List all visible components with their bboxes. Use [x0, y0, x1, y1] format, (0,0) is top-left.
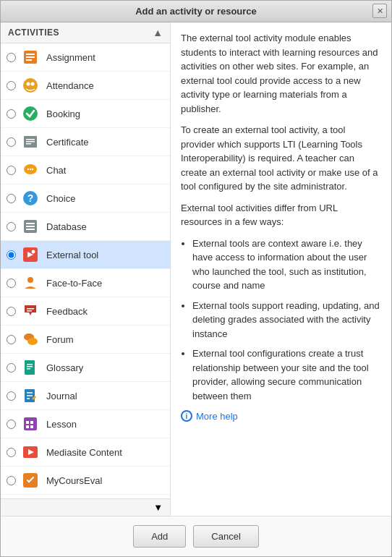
- icon-mycourseval: [20, 470, 41, 490]
- svg-rect-9: [26, 139, 35, 140]
- svg-rect-33: [27, 368, 30, 370]
- dialog-body: ACTIVITIES ▲ AssignmentAttendanceBooking…: [1, 22, 391, 516]
- bullet-item: External tools support reading, updating…: [192, 299, 381, 341]
- activity-item-certificate[interactable]: Certificate: [1, 128, 170, 156]
- description-paragraph: The external tool activity module enable…: [181, 31, 381, 116]
- radio-mediasite[interactable]: [7, 448, 16, 457]
- activities-heading: ACTIVITIES: [8, 27, 59, 38]
- left-panel-header: ACTIVITIES ▲: [1, 22, 170, 43]
- label-journal: Journal: [46, 391, 77, 401]
- radio-booking[interactable]: [7, 109, 16, 119]
- activity-item-chat[interactable]: Chat: [1, 156, 170, 184]
- svg-rect-21: [26, 226, 35, 227]
- activity-item-database[interactable]: Database: [1, 213, 170, 241]
- activity-item-booking[interactable]: Booking: [1, 100, 170, 128]
- radio-forum[interactable]: [7, 335, 16, 344]
- dialog-titlebar: Add an activity or resource ✕: [1, 1, 391, 22]
- info-icon: i: [181, 410, 192, 422]
- activity-item-mycourseval[interactable]: MyCoursEval: [1, 467, 170, 495]
- activity-item-mediasite[interactable]: Mediasite Content: [1, 438, 170, 467]
- activity-item-attendance[interactable]: Attendance: [1, 72, 170, 100]
- svg-rect-3: [26, 59, 32, 61]
- label-mediasite: Mediasite Content: [46, 447, 122, 458]
- icon-feedback: [20, 301, 41, 321]
- icon-attendance: [20, 75, 41, 95]
- icon-mediasite: [20, 442, 41, 462]
- cancel-button[interactable]: Cancel: [193, 525, 258, 548]
- icon-database: [20, 216, 41, 237]
- radio-assignment[interactable]: [7, 53, 16, 62]
- activity-item-externaltool[interactable]: External tool: [1, 241, 170, 269]
- activities-list: AssignmentAttendanceBookingCertificateCh…: [1, 43, 170, 498]
- activity-item-feedback[interactable]: Feedback: [1, 297, 170, 326]
- label-glossary: Glossary: [46, 362, 83, 373]
- icon-assignment: [20, 47, 41, 67]
- svg-rect-30: [25, 360, 35, 375]
- add-button[interactable]: Add: [133, 525, 186, 548]
- icon-booking: [20, 103, 41, 124]
- svg-point-15: [30, 169, 31, 170]
- label-database: Database: [46, 221, 87, 232]
- icon-journal: [20, 386, 41, 406]
- label-externaltool: External tool: [46, 250, 98, 260]
- label-choice: Choice: [46, 193, 75, 204]
- icon-lesson: [20, 414, 41, 434]
- activity-item-facetoface[interactable]: Face-to-Face: [1, 269, 170, 297]
- more-help-label: More help: [196, 411, 238, 422]
- description-paragraph: External tool activities differ from URL…: [181, 201, 381, 229]
- radio-facetoface[interactable]: [7, 278, 16, 288]
- radio-attendance[interactable]: [7, 81, 16, 90]
- svg-point-16: [32, 169, 33, 170]
- activity-item-choice[interactable]: ?Choice: [1, 184, 170, 213]
- radio-mycourseval[interactable]: [7, 476, 16, 485]
- activity-item-glossary[interactable]: Glossary: [1, 354, 170, 382]
- icon-glossary: [20, 357, 41, 378]
- left-panel: ACTIVITIES ▲ AssignmentAttendanceBooking…: [1, 22, 171, 516]
- add-activity-dialog: Add an activity or resource ✕ ACTIVITIES…: [0, 0, 392, 557]
- svg-rect-42: [30, 425, 33, 428]
- svg-rect-22: [26, 229, 35, 230]
- svg-rect-20: [26, 223, 35, 224]
- radio-choice[interactable]: [7, 194, 16, 203]
- icon-externaltool: [20, 245, 41, 265]
- scroll-up-button[interactable]: ▲: [153, 27, 163, 38]
- svg-rect-1: [26, 54, 35, 55]
- radio-externaltool[interactable]: [7, 250, 16, 260]
- activity-item-lesson[interactable]: Lesson: [1, 410, 170, 438]
- close-button[interactable]: ✕: [372, 4, 387, 18]
- right-panel: The external tool activity module enable…: [171, 22, 391, 516]
- activity-item-forum[interactable]: Forum: [1, 326, 170, 354]
- radio-journal[interactable]: [7, 391, 16, 401]
- icon-chat: [20, 160, 41, 180]
- svg-point-7: [23, 106, 38, 121]
- label-lesson: Lesson: [46, 419, 77, 430]
- svg-point-25: [27, 277, 33, 283]
- radio-glossary[interactable]: [7, 363, 16, 373]
- svg-point-14: [27, 169, 29, 170]
- label-chat: Chat: [46, 165, 66, 176]
- radio-database[interactable]: [7, 222, 16, 231]
- radio-lesson[interactable]: [7, 420, 16, 429]
- svg-rect-27: [27, 310, 32, 312]
- svg-rect-11: [26, 143, 31, 145]
- scroll-down-button[interactable]: ▼: [1, 498, 170, 516]
- more-help-link[interactable]: iMore help: [181, 410, 381, 422]
- label-attendance: Attendance: [46, 80, 94, 91]
- svg-rect-26: [27, 308, 34, 310]
- label-feedback: Feedback: [46, 306, 88, 317]
- radio-chat[interactable]: [7, 166, 16, 175]
- activity-item-journal[interactable]: Journal: [1, 382, 170, 410]
- svg-rect-2: [26, 56, 35, 58]
- svg-point-5: [27, 82, 30, 86]
- label-mycourseval: MyCoursEval: [46, 475, 102, 486]
- svg-rect-10: [26, 141, 35, 143]
- dialog-footer: Add Cancel: [1, 516, 391, 556]
- radio-certificate[interactable]: [7, 137, 16, 147]
- label-certificate: Certificate: [46, 137, 89, 148]
- icon-forum: [20, 329, 41, 349]
- icon-facetoface: [20, 273, 41, 293]
- label-assignment: Assignment: [46, 52, 95, 63]
- radio-feedback[interactable]: [7, 307, 16, 316]
- activity-item-assignment[interactable]: Assignment: [1, 43, 170, 72]
- svg-point-29: [27, 338, 38, 345]
